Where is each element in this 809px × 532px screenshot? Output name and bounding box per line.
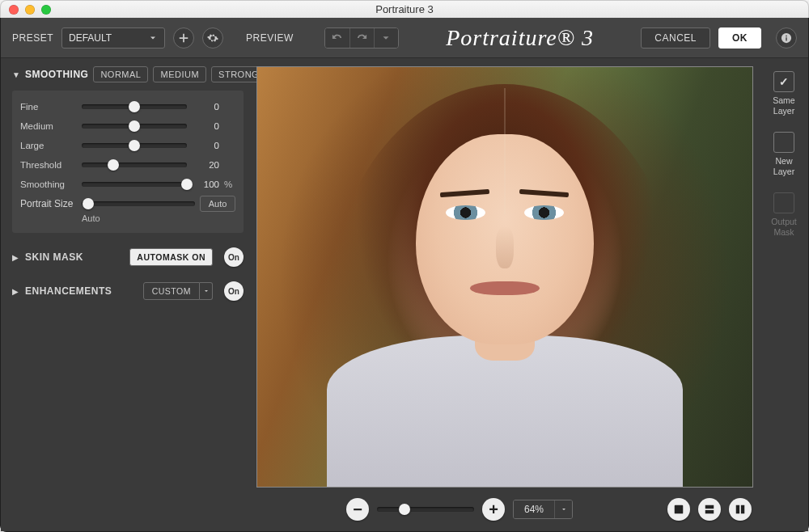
medium-slider-thumb[interactable] <box>129 120 140 132</box>
skin-mask-title[interactable]: SKIN MASK <box>25 251 83 263</box>
top-toolbar: PRESET DEFAULT PREVIEW Portraiture® 3 CA… <box>1 18 808 58</box>
chevron-down-icon <box>148 33 158 43</box>
ok-button[interactable]: OK <box>718 27 761 49</box>
caret-right-icon[interactable]: ▶ <box>12 253 19 262</box>
checkbox-icon <box>773 71 794 92</box>
svg-rect-0 <box>675 505 684 514</box>
smoothing-slider[interactable] <box>82 182 187 187</box>
right-rail: SameLayer NewLayer OutputMask <box>760 58 808 531</box>
mac-titlebar: Portraiture 3 <box>0 0 809 18</box>
split-v-icon <box>735 504 746 515</box>
large-slider-thumb[interactable] <box>129 140 140 151</box>
fine-value[interactable]: 0 <box>192 102 219 112</box>
medium-value[interactable]: 0 <box>192 121 219 131</box>
info-button[interactable] <box>776 27 797 49</box>
preview-canvas[interactable] <box>256 66 753 488</box>
chevron-down-icon <box>380 32 392 44</box>
enhancements-toggle[interactable]: On <box>224 281 244 301</box>
left-panel: ▼ SMOOTHING NORMAL MEDIUM STRONG Fine 0 … <box>1 58 252 531</box>
skin-mask-toggle[interactable]: On <box>224 247 244 267</box>
large-label: Large <box>20 141 77 150</box>
smoothing-preset-medium[interactable]: MEDIUM <box>153 66 206 82</box>
output-new-layer[interactable]: NewLayer <box>773 132 794 176</box>
caret-right-icon[interactable]: ▶ <box>12 287 19 296</box>
view-split-horizontal-button[interactable] <box>698 498 721 521</box>
medium-slider[interactable] <box>82 124 187 129</box>
undo-icon <box>332 32 343 44</box>
history-buttons <box>324 27 399 49</box>
preview-label: PREVIEW <box>246 32 294 44</box>
threshold-slider-thumb[interactable] <box>108 159 119 171</box>
zoom-dropdown-button[interactable] <box>554 500 572 518</box>
minimize-window-button[interactable] <box>25 5 35 15</box>
add-preset-button[interactable] <box>173 27 194 49</box>
portrait-size-value: Auto <box>82 213 195 223</box>
history-dropdown-button[interactable] <box>374 28 398 48</box>
checkbox-icon <box>773 132 794 153</box>
svg-rect-3 <box>736 505 739 514</box>
smoothing-unit: % <box>224 179 235 189</box>
zoom-out-button[interactable]: − <box>346 498 369 521</box>
threshold-value[interactable]: 20 <box>192 160 219 170</box>
portrait-size-auto-button[interactable]: Auto <box>200 196 235 212</box>
info-icon <box>781 32 792 44</box>
undo-button[interactable] <box>325 28 349 48</box>
threshold-slider[interactable] <box>82 163 187 167</box>
zoom-slider-thumb[interactable] <box>399 504 410 515</box>
preview-image <box>257 67 752 487</box>
smoothing-label: Smoothing <box>20 179 77 189</box>
redo-icon <box>356 32 367 44</box>
fine-slider[interactable] <box>82 104 187 109</box>
view-split-vertical-button[interactable] <box>729 498 752 521</box>
enhancements-preset-dropdown[interactable] <box>200 282 213 300</box>
redo-button[interactable] <box>349 28 374 48</box>
split-h-icon <box>704 504 715 515</box>
large-slider[interactable] <box>82 143 187 148</box>
preset-settings-button[interactable] <box>202 27 223 49</box>
fine-label: Fine <box>20 102 77 112</box>
zoom-slider[interactable] <box>377 507 474 512</box>
checkbox-icon <box>773 192 794 213</box>
large-value[interactable]: 0 <box>192 141 219 150</box>
zoom-in-button[interactable]: + <box>482 498 505 521</box>
close-window-button[interactable] <box>9 5 19 15</box>
zoom-value-box: 64% <box>513 500 573 519</box>
cancel-button[interactable]: CANCEL <box>641 27 710 49</box>
chevron-down-icon <box>561 506 567 513</box>
portrait-size-slider[interactable] <box>82 201 195 206</box>
zoom-value[interactable]: 64% <box>514 500 554 518</box>
smoothing-value[interactable]: 100 <box>192 179 219 189</box>
output-mask[interactable]: OutputMask <box>771 192 797 237</box>
gear-icon <box>207 32 218 44</box>
chevron-down-icon <box>203 288 210 294</box>
fine-slider-thumb[interactable] <box>129 101 140 112</box>
portrait-size-label: Portrait Size <box>20 198 77 209</box>
automask-button[interactable]: AUTOMASK ON <box>129 248 213 266</box>
threshold-label: Threshold <box>20 160 77 170</box>
app-brand: Portraiture® 3 <box>407 25 633 51</box>
svg-rect-1 <box>705 505 714 509</box>
plus-icon <box>178 32 189 44</box>
svg-rect-4 <box>741 505 744 514</box>
smoothing-title: SMOOTHING <box>25 69 89 80</box>
medium-label: Medium <box>20 121 77 131</box>
enhancements-preset-button[interactable]: CUSTOM <box>143 282 200 300</box>
smoothing-section-header[interactable]: ▼ SMOOTHING NORMAL MEDIUM STRONG <box>12 66 244 82</box>
portrait-size-slider-thumb[interactable] <box>83 198 94 209</box>
enhancements-section: ▶ ENHANCEMENTS CUSTOM On <box>12 281 244 301</box>
output-same-layer[interactable]: SameLayer <box>773 71 794 116</box>
caret-down-icon: ▼ <box>12 70 20 79</box>
smoothing-body: Fine 0 Medium 0 Large 0 Threshold <box>12 91 244 233</box>
svg-rect-2 <box>705 510 714 513</box>
square-icon <box>673 504 684 515</box>
view-single-button[interactable] <box>667 498 690 521</box>
smoothing-slider-thumb[interactable] <box>181 179 193 190</box>
skin-mask-section: ▶ SKIN MASK AUTOMASK ON On <box>12 247 244 267</box>
enhancements-title[interactable]: ENHANCEMENTS <box>25 285 112 297</box>
bottom-bar: − + 64% <box>252 494 760 531</box>
window-title: Portraiture 3 <box>375 3 434 15</box>
zoom-window-button[interactable] <box>41 5 51 15</box>
preset-value: DEFAULT <box>69 32 112 44</box>
preset-dropdown[interactable]: DEFAULT <box>61 27 165 49</box>
smoothing-preset-normal[interactable]: NORMAL <box>93 66 148 82</box>
